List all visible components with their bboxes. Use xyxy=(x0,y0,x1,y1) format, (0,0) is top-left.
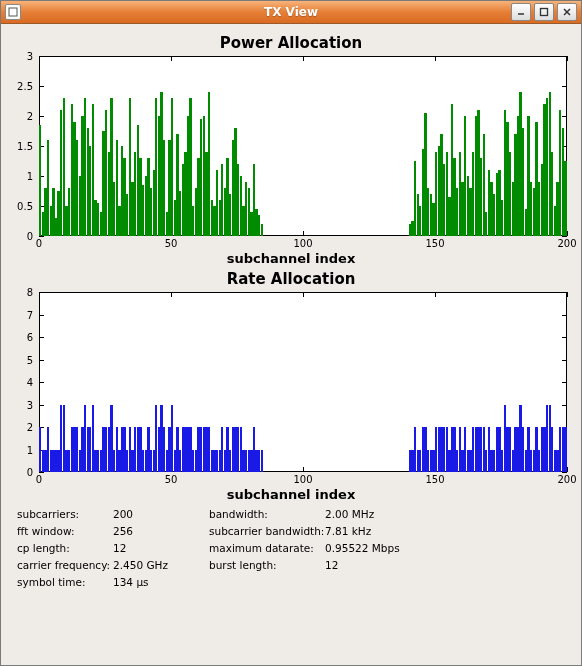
chart-title: Rate Allocation xyxy=(9,270,573,288)
minimize-button[interactable] xyxy=(511,3,531,21)
label-subcarriers: subcarriers: xyxy=(17,508,107,520)
power-plot-area: 00.511.522.53050100150200 xyxy=(39,56,567,236)
x-axis-label: subchannel index xyxy=(9,251,573,266)
y-tick-label: 8 xyxy=(27,287,33,298)
window: TX View Power Allocation 00.511.522.5305… xyxy=(0,0,582,666)
x-tick-label: 150 xyxy=(425,474,444,485)
y-tick-label: 2.5 xyxy=(17,81,33,92)
x-tick-label: 0 xyxy=(36,474,42,485)
svg-rect-2 xyxy=(541,9,548,16)
x-tick-label: 200 xyxy=(557,238,576,249)
y-tick-label: 1 xyxy=(27,444,33,455)
label-cp-length: cp length: xyxy=(17,542,107,554)
y-tick-label: 0 xyxy=(27,467,33,478)
value-burst-length: 12 xyxy=(325,559,415,571)
x-tick-label: 150 xyxy=(425,238,444,249)
close-button[interactable] xyxy=(557,3,577,21)
app-icon xyxy=(5,4,21,20)
bar xyxy=(261,224,263,236)
y-tick-label: 5 xyxy=(27,354,33,365)
value-fft-window: 256 xyxy=(113,525,203,537)
x-tick-label: 100 xyxy=(293,238,312,249)
info-panel: subcarriers: 200 bandwidth: 2.00 MHz fft… xyxy=(17,508,565,588)
bar xyxy=(564,161,566,236)
y-tick-label: 1.5 xyxy=(17,141,33,152)
power-allocation-chart: Power Allocation 00.511.522.530501001502… xyxy=(9,34,573,266)
svg-rect-0 xyxy=(9,8,17,16)
maximize-button[interactable] xyxy=(534,3,554,21)
rate-allocation-chart: Rate Allocation 012345678050100150200 su… xyxy=(9,270,573,502)
value-cp-length: 12 xyxy=(113,542,203,554)
value-max-datarate: 0.95522 Mbps xyxy=(325,542,415,554)
x-tick-label: 200 xyxy=(557,474,576,485)
y-tick-label: 0.5 xyxy=(17,201,33,212)
bar xyxy=(564,427,566,472)
label-subcarrier-bw: subcarrier bandwidth: xyxy=(209,525,319,537)
y-tick-label: 0 xyxy=(27,231,33,242)
label-symbol-time: symbol time: xyxy=(17,576,107,588)
y-tick-label: 1 xyxy=(27,171,33,182)
y-tick-label: 7 xyxy=(27,309,33,320)
window-controls xyxy=(511,3,577,21)
x-tick-label: 0 xyxy=(36,238,42,249)
chart-title: Power Allocation xyxy=(9,34,573,52)
x-axis-label: subchannel index xyxy=(9,487,573,502)
value-symbol-time: 134 µs xyxy=(113,576,203,588)
label-carrier-freq: carrier frequency: xyxy=(17,559,107,571)
label-max-datarate: maximum datarate: xyxy=(209,542,319,554)
y-tick-label: 3 xyxy=(27,399,33,410)
label-burst-length: burst length: xyxy=(209,559,319,571)
y-tick-label: 2 xyxy=(27,111,33,122)
content: Power Allocation 00.511.522.530501001502… xyxy=(1,24,581,596)
y-tick-label: 3 xyxy=(27,51,33,62)
x-tick-label: 50 xyxy=(165,238,178,249)
y-tick-label: 2 xyxy=(27,422,33,433)
x-tick-label: 50 xyxy=(165,474,178,485)
value-subcarriers: 200 xyxy=(113,508,203,520)
x-tick-label: 100 xyxy=(293,474,312,485)
value-subcarrier-bw: 7.81 kHz xyxy=(325,525,415,537)
y-tick-label: 6 xyxy=(27,332,33,343)
rate-plot-area: 012345678050100150200 xyxy=(39,292,567,472)
titlebar[interactable]: TX View xyxy=(1,1,581,24)
label-fft-window: fft window: xyxy=(17,525,107,537)
bar xyxy=(261,450,263,473)
value-bandwidth: 2.00 MHz xyxy=(325,508,415,520)
window-title: TX View xyxy=(1,5,581,19)
y-tick-label: 4 xyxy=(27,377,33,388)
value-carrier-freq: 2.450 GHz xyxy=(113,559,203,571)
label-bandwidth: bandwidth: xyxy=(209,508,319,520)
